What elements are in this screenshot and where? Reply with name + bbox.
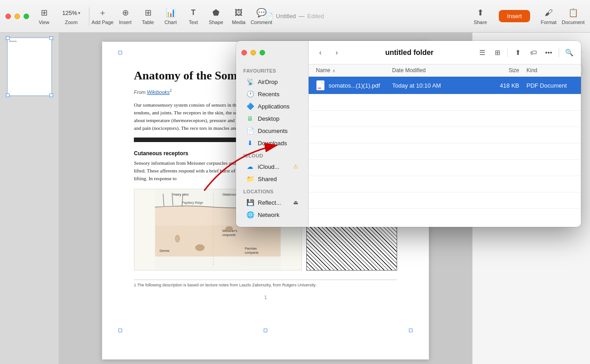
edited-label: Edited [307,13,324,20]
finder-minimize-button[interactable] [251,50,256,55]
sidebar-item-shared[interactable]: 📁 Shared [239,173,305,185]
toolbar-divider-1 [89,7,89,25]
file-kind: PDF Document [519,82,574,89]
icloud-warning-icon: ⚠ [293,163,298,170]
locations-header: Locations [236,185,308,196]
text-button[interactable]: T Text [182,7,205,25]
add-page-button[interactable]: ＋ Add Page [91,7,114,25]
toolbar-divider-2 [559,48,559,57]
file-date: Today at 10:10 AM [392,82,483,89]
shared-label: Shared [258,176,277,182]
finder-search-icon[interactable]: 🔍 [563,46,575,59]
finder-window-controls [236,41,309,64]
finder-sidebar: Favourites 📡 AirDrop 🕐 Recents 🔷 Applica… [236,41,309,227]
blank-row-2 [309,111,581,127]
col-header-name[interactable]: Name ∧ [316,67,392,74]
sidebar-item-icloud[interactable]: ☁ iCloud... ⚠ [239,161,305,172]
selection-handle [49,93,53,97]
col-header-size[interactable]: Size [483,67,519,74]
reflect-icon: 💾 [246,199,254,206]
file-row-pdf[interactable]: PDF somatos...(1)(1).pdf Today at 10:10 … [309,77,581,94]
finder-folder-title: untitled folder [347,49,472,57]
toolbar-divider [507,48,508,57]
eject-icon: ⏏ [293,199,298,206]
view-button[interactable]: ⊞ View [33,7,55,25]
finder-file-list: Name ∧ Date Modified Size Kind PDF somat… [309,64,581,227]
finder-maximize-button[interactable] [260,50,265,55]
selection-handle [49,36,53,40]
page-thumbnail[interactable]: Anatomy... [7,37,52,96]
document-footnote: 1 The following description is based on … [134,280,397,287]
share-button[interactable]: ⬆ Share [469,7,492,25]
table-button[interactable]: ⊞ Table [137,7,159,25]
maximize-button[interactable] [24,14,29,19]
chart-button[interactable]: 📊 Chart [159,7,182,25]
selection-handle [6,36,10,40]
svg-point-15 [175,235,180,242]
favourites-header: Favourites [236,64,308,75]
file-list-header: Name ∧ Date Modified Size Kind [309,64,581,77]
network-label: Network [258,212,280,218]
finder-close-button[interactable] [241,50,247,55]
blank-row-4 [309,143,581,160]
shape-button[interactable]: ⬟ Shape [205,7,227,25]
insert-button[interactable]: ⊕ Insert [114,7,137,25]
finder-main: ‹ › untitled folder ☰ ⊞ ⬆ 🏷 ••• 🔍 Name ∧ [309,41,581,227]
sidebar-item-recents[interactable]: 🕐 Recents [239,88,305,100]
sidebar-item-reflect[interactable]: 💾 Reflect... ⏏ [239,197,305,208]
sidebar-item-documents[interactable]: 📄 Documents [239,125,305,137]
svg-text:corpuscle: corpuscle [222,233,236,237]
svg-text:Dermis: Dermis [159,249,169,252]
zoom-control[interactable]: 125% ▾ Zoom [55,7,87,25]
finder-back-button[interactable]: ‹ [314,46,327,59]
selection-handle [6,93,10,97]
close-button[interactable] [5,14,11,19]
window-title: Untitled [276,13,296,20]
svg-text:Papillary Ridge: Papillary Ridge [182,201,203,205]
blank-row-7 [309,192,581,209]
page-selection-handle-tl [118,51,122,54]
insert-orange-button[interactable]: Insert [499,10,530,22]
finder-window: Favourites 📡 AirDrop 🕐 Recents 🔷 Applica… [236,41,581,227]
documents-label: Documents [258,128,288,134]
finder-more-icon[interactable]: ••• [542,46,555,59]
document-button[interactable]: 📋 Document [562,7,585,25]
airdrop-label: AirDrop [258,79,278,85]
finder-list-view-icon[interactable]: ☰ [476,46,488,59]
blank-row-3 [309,127,581,143]
shared-icon: 📁 [246,175,254,182]
icloud-header: iCloud [236,149,308,160]
recents-label: Recents [258,91,280,98]
documents-icon: 📄 [246,127,254,134]
sidebar-item-downloads[interactable]: ⬇ Downloads [239,137,305,149]
file-size: 418 KB [483,82,519,89]
network-icon: 🌐 [246,211,254,218]
blank-row-5 [309,160,581,176]
applications-label: Applications [258,103,290,110]
col-header-date[interactable]: Date Modified [392,67,483,74]
media-button[interactable]: 🖼 Media [227,7,250,25]
sidebar-item-desktop[interactable]: 🖥 Desktop [239,113,305,124]
finder-tag-icon[interactable]: 🏷 [527,46,540,59]
svg-point-16 [196,245,205,251]
finder-toolbar: ‹ › untitled folder ☰ ⊞ ⬆ 🏷 ••• 🔍 [309,41,581,64]
toolbar-right-area: ⬆ Share Insert 🖌 Format 📋 Document [469,7,585,25]
airdrop-icon: 📡 [246,78,254,85]
finder-forward-button[interactable]: › [330,46,343,59]
sidebar-item-network[interactable]: 🌐 Network [239,209,305,221]
page-selection-handle-bm [264,329,267,332]
finder-grid-view-icon[interactable]: ⊞ [491,46,504,59]
svg-text:Pacinian: Pacinian [245,247,257,250]
sidebar-item-applications[interactable]: 🔷 Applications [239,100,305,112]
pdf-file-icon: PDF [316,80,325,91]
finder-share-icon[interactable]: ⬆ [511,46,524,59]
svg-point-14 [226,226,233,231]
minimize-button[interactable] [15,14,20,19]
desktop-label: Desktop [258,115,280,122]
sidebar-item-airdrop[interactable]: 📡 AirDrop [239,76,305,88]
blank-row-1 [309,94,581,111]
file-icon: 📄 [266,13,273,20]
col-header-kind[interactable]: Kind [519,67,574,74]
downloads-label: Downloads [258,140,287,147]
format-button[interactable]: 🖌 Format [537,7,560,25]
